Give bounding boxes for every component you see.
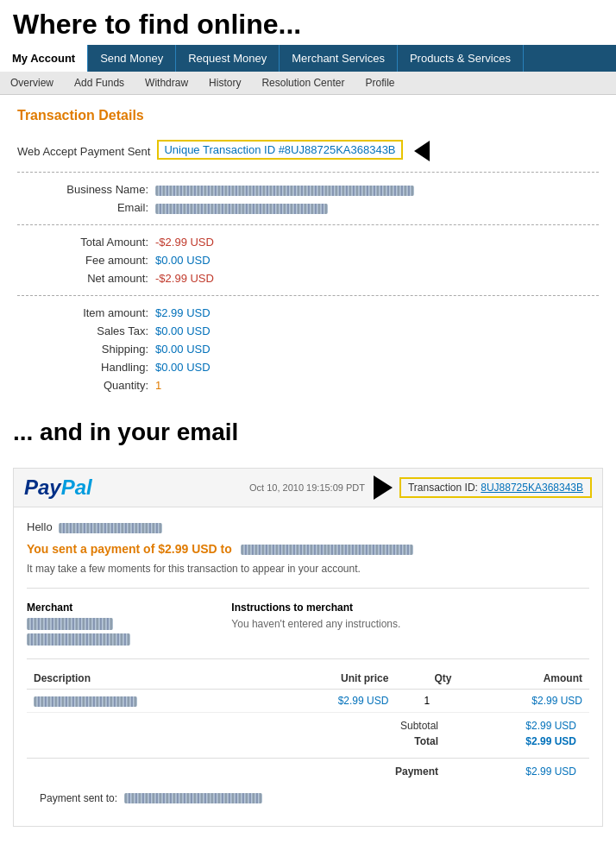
row-amount: $2.99 USD	[458, 690, 589, 713]
email-greeting: Hello	[27, 520, 589, 533]
handling-row: Handling: $0.00 USD	[17, 361, 599, 374]
merchant-col: Merchant	[27, 602, 205, 646]
sales-tax-row: Sales Tax: $0.00 USD	[17, 324, 599, 337]
merchant-logo-2	[27, 633, 130, 646]
sales-tax-label: Sales Tax:	[17, 324, 155, 337]
row-unit-price: $2.99 USD	[265, 690, 396, 713]
order-table: Description Unit price Qty Amount $2.99 …	[27, 668, 589, 713]
handling-value: $0.00 USD	[155, 361, 211, 374]
item-amount-label: Item amount:	[17, 306, 155, 319]
total-amount-value: -$2.99 USD	[155, 236, 214, 249]
col-description: Description	[27, 668, 265, 690]
business-name-row: Business Name:	[17, 183, 599, 196]
subtotal-row: Subtotal $2.99 USD	[40, 720, 576, 732]
email-divider-2	[27, 658, 589, 659]
payment-sent-to-row: Payment sent to:	[27, 788, 589, 813]
tab-products-services[interactable]: Products & Services	[398, 45, 524, 72]
quantity-label: Quantity:	[17, 379, 155, 392]
divider-1	[17, 172, 599, 173]
quantity-row: Quantity: 1	[17, 379, 599, 392]
subnav-history[interactable]: History	[205, 75, 244, 91]
payment-row: Payment $2.99 USD	[40, 765, 576, 778]
greeting-text: Hello	[27, 520, 53, 533]
shipping-row: Shipping: $0.00 USD	[17, 343, 599, 356]
totals-section: Subtotal $2.99 USD Total $2.99 USD	[27, 713, 589, 758]
merchant-instructions-row: Merchant Instructions to merchant You ha…	[27, 597, 589, 646]
handling-label: Handling:	[17, 361, 155, 374]
business-name-blurred	[155, 186, 414, 196]
transaction-type-value: Unique Transaction ID #8UJ88725KA368343B	[157, 141, 430, 161]
subnav-overview[interactable]: Overview	[7, 75, 57, 91]
payment-value: $2.99 USD	[507, 765, 576, 778]
merchant-col-label: Merchant	[27, 602, 205, 614]
paypal-logo-pal: Pal	[61, 476, 92, 499]
email-divider-1	[27, 588, 589, 589]
transaction-id-label: Transaction ID:	[408, 482, 478, 494]
transaction-id-container: Transaction ID: 8UJ88725KA368343B	[374, 476, 592, 500]
transaction-id-link[interactable]: 8UJ88725KA368343B	[481, 482, 583, 494]
email-value	[155, 201, 328, 214]
total-label: Total	[414, 735, 438, 747]
business-name-value	[155, 183, 414, 196]
fee-amount-row: Fee amount: $0.00 USD	[17, 254, 599, 267]
paypal-logo: PayPal	[24, 476, 92, 500]
row-description	[27, 690, 265, 713]
payment-sent-to-label: Payment sent to:	[40, 792, 117, 804]
divider-2	[17, 224, 599, 225]
nav-tabs: My Account Send Money Request Money Merc…	[0, 45, 616, 72]
page-title-1: Where to find online...	[0, 0, 616, 45]
divider-3	[17, 295, 599, 296]
row-description-blurred	[34, 696, 137, 707]
email-section: PayPal Oct 10, 2010 19:15:09 PDT Transac…	[13, 468, 603, 827]
email-label: Email:	[17, 201, 155, 214]
email-payment-text: You sent a payment of $2.99 USD to	[27, 542, 589, 556]
fee-amount-value: $0.00 USD	[155, 254, 211, 267]
payment-sent-to-blurred	[124, 793, 262, 803]
net-amount-label: Net amount:	[17, 272, 155, 285]
item-amount-row: Item amount: $2.99 USD	[17, 306, 599, 319]
tab-send-money[interactable]: Send Money	[88, 45, 176, 72]
payment-label: Payment	[395, 765, 438, 778]
instructions-col: Instructions to merchant You haven't ent…	[231, 602, 589, 646]
subnav-profile[interactable]: Profile	[361, 75, 398, 91]
merchant-logo-blurred	[27, 618, 205, 646]
shipping-label: Shipping:	[17, 343, 155, 356]
page-title-2: ... and in your email	[0, 410, 616, 450]
payment-text-label: You sent a payment of $2.99 USD to	[27, 542, 232, 556]
merchant-name-blurred	[241, 545, 413, 555]
col-unit-price: Unit price	[265, 668, 396, 690]
email-date: Oct 10, 2010 19:15:09 PDT	[249, 482, 365, 493]
transaction-id-highlight: Unique Transaction ID #8UJ88725KA368343B	[157, 140, 402, 160]
email-note: It may take a few moments for this trans…	[27, 563, 589, 575]
section-title: Transaction Details	[17, 108, 599, 123]
subnav-resolution-center[interactable]: Resolution Center	[258, 75, 348, 91]
quantity-value: 1	[155, 379, 161, 392]
transaction-type-label: Web Accept Payment Sent	[17, 145, 157, 158]
merchant-logo-1	[27, 618, 113, 630]
total-row: Total $2.99 USD	[40, 735, 576, 747]
subnav-add-funds[interactable]: Add Funds	[71, 75, 128, 91]
subtotal-value: $2.99 USD	[507, 720, 576, 732]
total-amount-label: Total Amount:	[17, 236, 155, 249]
tab-request-money[interactable]: Request Money	[176, 45, 280, 72]
email-header-bar: PayPal Oct 10, 2010 19:15:09 PDT Transac…	[14, 469, 602, 507]
row-qty: 1	[395, 690, 458, 713]
sales-tax-value: $0.00 USD	[155, 324, 211, 337]
subtotal-label: Subtotal	[400, 720, 438, 732]
transaction-details-section: Transaction Details Web Accept Payment S…	[0, 95, 616, 410]
business-name-label: Business Name:	[17, 183, 155, 196]
payment-section: Payment $2.99 USD	[27, 758, 589, 788]
fee-amount-label: Fee amount:	[17, 254, 155, 267]
net-amount-value: -$2.99 USD	[155, 272, 214, 285]
email-blurred	[155, 204, 328, 214]
table-row: $2.99 USD 1 $2.99 USD	[27, 690, 589, 713]
shipping-value: $0.00 USD	[155, 343, 211, 356]
total-amount-row: Total Amount: -$2.99 USD	[17, 236, 599, 249]
email-row: Email:	[17, 201, 599, 214]
subnav-withdraw[interactable]: Withdraw	[141, 75, 192, 91]
email-transaction-id-box: Transaction ID: 8UJ88725KA368343B	[399, 477, 592, 498]
tab-merchant-services[interactable]: Merchant Services	[280, 45, 398, 72]
arrow-left-icon	[414, 141, 430, 161]
tab-my-account[interactable]: My Account	[0, 45, 88, 72]
recipient-name-blurred	[59, 523, 162, 533]
